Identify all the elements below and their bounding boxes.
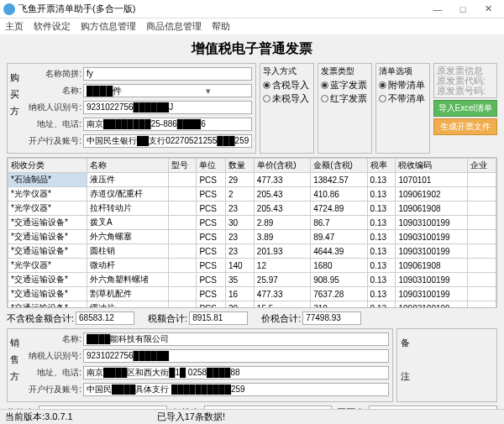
label-subtotal: 不含税金额合计: [7, 312, 74, 325]
label-seller-name: 名称: [24, 333, 83, 345]
page-title: 增值税电子普通发票 [7, 40, 497, 58]
radio-no-list[interactable]: 不带清单 [379, 92, 427, 105]
chevron-down-icon: ▾ [168, 85, 249, 97]
menu-main[interactable]: 主页 [5, 20, 24, 33]
col-header[interactable]: 数量 [225, 159, 254, 173]
value-tax[interactable]: 8915.81 [189, 311, 248, 325]
col-header[interactable]: 名称 [87, 159, 168, 173]
label-total: 价税合计: [261, 312, 301, 325]
col-header[interactable]: 单价(含税) [254, 159, 310, 173]
original-invoice-box: 原发票信息原发票代码:原发票号码: [433, 63, 497, 98]
app-icon [3, 3, 15, 15]
import-excel-button[interactable]: 导入Excel清单 [433, 100, 497, 117]
buyer-box: 购 买 方 名称简拼:fy 名称:████件▾ 纳税人识别号:923102275… [7, 63, 256, 154]
list-option-box: 清单选项 附带清单 不带清单 [375, 63, 430, 154]
input-bank[interactable]: 中国民生银行██支行02270521255███259 [83, 134, 252, 148]
label-tax: 税额合计: [148, 312, 187, 325]
table-row[interactable]: *光学仪器*赤道仪/配重杆PCS2205.43410.860.131090619… [8, 187, 496, 202]
label-seller-bank: 开户行及账号: [24, 384, 83, 395]
note-side-label: 备 注 [400, 334, 410, 385]
table-row[interactable]: *光学仪器*拉杆转动片PCS23205.434724.890.131090619… [8, 202, 496, 216]
menu-buyer[interactable]: 购方信息管理 [81, 20, 136, 33]
import-mode-box: 导入方式 含税导入 未税导入 [260, 63, 314, 154]
table-row[interactable]: *交通运输设备*拨叉APCS302.8986.70.1310903100199 [8, 216, 496, 230]
label-name: 名称: [24, 85, 83, 97]
table-row[interactable]: *交通运输设备*割草机配件PCS16477.337637.280.1310903… [8, 287, 496, 301]
minimize-button[interactable]: — [425, 4, 450, 14]
input-taxid[interactable]: 9231022756██████J [83, 101, 252, 114]
titlebar: 飞鱼开票清单助手(多合一版) — □ ✕ [0, 0, 504, 18]
radio-blue-invoice[interactable]: 蓝字发票 [321, 79, 369, 92]
seller-box: 销 售 方 名称:████能科技有限公司 纳税人识别号:9231022756██… [7, 328, 393, 402]
combo-name[interactable]: ████件▾ [83, 84, 252, 97]
label-bank: 开户行及账号: [24, 135, 83, 147]
col-header[interactable]: 税率 [367, 159, 396, 173]
note-box[interactable]: 备 注 [396, 328, 497, 402]
col-header[interactable]: 型号 [168, 159, 197, 173]
label-pinyin: 名称简拼: [24, 68, 83, 80]
statusbar: 当前版本:3.0.7.1 已导入17条数据! [0, 409, 504, 424]
label-seller-taxid: 纳税人识别号: [24, 350, 83, 362]
menubar: 主页 软件设定 购方信息管理 商品信息管理 帮助 [0, 18, 504, 35]
value-total[interactable]: 77498.93 [302, 311, 361, 325]
input-seller-name[interactable]: ████能科技有限公司 [83, 332, 389, 346]
table-row[interactable]: *石油制品*液压件PCS29477.3313842.570.131070101 [8, 173, 496, 187]
col-header[interactable]: 单位 [197, 159, 226, 173]
status-message: 已导入17条数据! [157, 411, 225, 423]
menu-product[interactable]: 商品信息管理 [146, 20, 202, 33]
invoice-type-header: 发票类型 [321, 65, 369, 77]
value-subtotal[interactable]: 68583.12 [76, 311, 134, 325]
window-title: 飞鱼开票清单助手(多合一版) [18, 3, 425, 15]
totals-row: 不含税金额合计:68583.12 税额合计:8915.81 价税合计:77498… [7, 311, 497, 325]
label-seller-addr: 地址、电话: [24, 367, 83, 379]
menu-settings[interactable]: 软件设定 [34, 20, 71, 33]
generate-invoice-button[interactable]: 生成开票文件 [433, 118, 497, 135]
invoice-type-box: 发票类型 蓝字发票 红字发票 [318, 63, 372, 154]
table-row[interactable]: *交通运输设备*外六角螺塞PCS233.8989.470.13109031001… [8, 230, 496, 244]
radio-red-invoice[interactable]: 红字发票 [321, 92, 369, 105]
items-table-wrap[interactable]: 税收分类名称型号单位数量单价(含税)金额(含税)税率税收编码企业 *石油制品*液… [7, 157, 497, 308]
radio-tax-included[interactable]: 含税导入 [263, 79, 311, 92]
table-row[interactable]: *交通运输设备*缓冲片PCS2015.53100.1310903100199 [8, 301, 496, 309]
radio-with-list[interactable]: 附带清单 [379, 79, 427, 92]
table-row[interactable]: *光学仪器*微动杆PCS1401216800.13109061908 [8, 259, 496, 273]
label-addr: 地址、电话: [24, 118, 83, 130]
col-header[interactable]: 税收编码 [396, 159, 468, 173]
input-pinyin[interactable]: fy [83, 67, 252, 81]
col-header[interactable]: 税收分类 [8, 159, 87, 173]
input-seller-bank[interactable]: 中国民████具体支行 ██████████259 [83, 383, 389, 396]
import-mode-header: 导入方式 [263, 65, 311, 77]
maximize-button[interactable]: □ [450, 4, 475, 14]
close-button[interactable]: ✕ [475, 3, 501, 14]
table-row[interactable]: *交通运输设备*外六角塑料螺堵PCS3525.97908.950.1310903… [8, 273, 496, 287]
col-header[interactable]: 企业 [468, 159, 496, 173]
menu-help[interactable]: 帮助 [212, 20, 230, 33]
list-option-header: 清单选项 [379, 65, 427, 77]
col-header[interactable]: 金额(含税) [311, 159, 367, 173]
input-seller-addr[interactable]: 南京████区和西大街█1█ 0258████88 [83, 366, 389, 380]
input-seller-taxid[interactable]: 9231022756██████ [83, 349, 389, 363]
table-row[interactable]: *交通运输设备*圆柱销PCS23201.934644.390.131090310… [8, 244, 496, 259]
status-version: 当前版本:3.0.7.1 [5, 411, 73, 423]
items-table: 税收分类名称型号单位数量单价(含税)金额(含税)税率税收编码企业 *石油制品*液… [8, 158, 496, 308]
buyer-side-label: 购 买 方 [9, 69, 19, 119]
label-taxid: 纳税人识别号: [24, 102, 83, 113]
radio-tax-excluded[interactable]: 未税导入 [263, 92, 311, 105]
input-addr[interactable]: 南京████████25-886████6 [83, 118, 252, 131]
seller-side-label: 销 售 方 [9, 334, 19, 385]
